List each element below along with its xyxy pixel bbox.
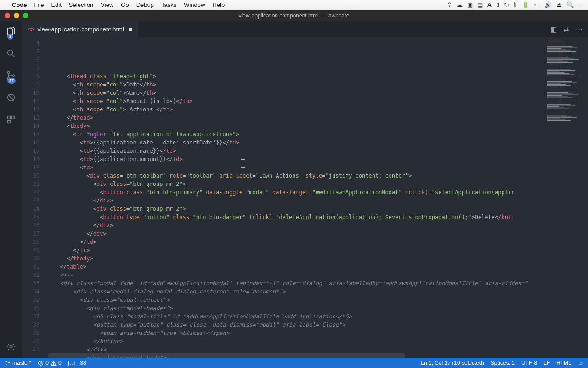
editor-tab[interactable]: <> view-application.component.html <box>22 21 138 37</box>
debug-icon[interactable] <box>5 91 17 104</box>
split-editor-icon[interactable]: ◧ <box>550 25 557 34</box>
editor-area: <> view-application.component.html ◧ ⇄ ⋯… <box>22 21 588 358</box>
svg-line-6 <box>8 95 14 101</box>
explorer-badge: 1 <box>7 34 13 40</box>
git-branch-item[interactable]: master* <box>5 360 31 366</box>
source-control-icon[interactable]: 37 <box>5 69 17 82</box>
warnings-count: 0 <box>58 360 62 366</box>
bracket-count-item[interactable]: {‥} : 38 <box>68 360 86 366</box>
bluetooth-icon[interactable]: ᛒ <box>514 1 517 8</box>
menubar-status-icon[interactable]: ☁ <box>457 1 463 8</box>
svg-point-12 <box>6 364 6 365</box>
activity-bar: 1 37 <box>0 21 22 358</box>
svg-point-0 <box>8 50 13 55</box>
line-gutter: 4567891011121314151617181920212223242526… <box>22 37 48 358</box>
warning-icon <box>51 360 57 366</box>
window-zoom-button[interactable] <box>23 13 28 18</box>
code-content[interactable]: <thead class="thead-light"> <th scope="c… <box>48 37 544 358</box>
explorer-icon[interactable]: 1 <box>5 25 17 38</box>
compare-icon[interactable]: ⇄ <box>563 25 569 34</box>
menubar-status-icon[interactable]: ⏏ <box>556 1 562 8</box>
window-close-button[interactable] <box>5 13 10 18</box>
traffic-lights <box>0 13 28 18</box>
menu-view[interactable]: View <box>97 1 117 8</box>
indentation-item[interactable]: Spaces: 2 <box>491 360 515 366</box>
problems-item[interactable]: 0 0 <box>38 360 61 366</box>
status-bar: master* 0 0 {‥} : 38 Ln 1, Col 17 (10 se… <box>0 358 588 368</box>
menubar-status-icon[interactable]: A <box>487 1 492 8</box>
svg-point-2 <box>7 72 9 74</box>
svg-point-4 <box>12 75 14 76</box>
volume-icon[interactable]: 🔊 <box>544 1 552 8</box>
menu-app-name[interactable]: Code <box>8 1 31 8</box>
html-file-icon: <> <box>28 26 34 33</box>
menubar-status-text[interactable]: 3 <box>496 1 499 8</box>
git-branch-icon <box>5 360 11 366</box>
svg-rect-8 <box>12 116 15 119</box>
svg-rect-7 <box>8 116 11 119</box>
menubar-status-icon[interactable]: ▤ <box>477 1 483 8</box>
code-editor[interactable]: 4567891011121314151617181920212223242526… <box>22 37 588 358</box>
search-icon[interactable] <box>5 47 17 60</box>
dirty-indicator-icon <box>129 28 132 31</box>
more-actions-icon[interactable]: ⋯ <box>576 25 582 34</box>
cursor-position-item[interactable]: Ln 1, Col 17 (10 selected) <box>421 360 484 366</box>
extensions-icon[interactable] <box>5 113 17 126</box>
menu-tasks[interactable]: Tasks <box>158 1 180 8</box>
branch-name: master* <box>12 360 31 366</box>
error-icon <box>38 360 44 366</box>
svg-rect-9 <box>8 121 11 123</box>
svg-line-1 <box>12 55 15 58</box>
menu-debug[interactable]: Debug <box>133 1 158 8</box>
tab-filename: view-application.component.html <box>37 26 124 33</box>
menu-go[interactable]: Go <box>117 1 132 8</box>
tab-actions: ◧ ⇄ ⋯ <box>550 21 588 37</box>
menu-edit[interactable]: Edit <box>47 1 65 8</box>
eol-item[interactable]: LF <box>543 360 550 366</box>
menu-window[interactable]: Window <box>180 1 209 8</box>
feedback-item[interactable]: ☺ <box>578 360 583 366</box>
svg-point-11 <box>6 361 6 362</box>
spotlight-icon[interactable]: 🔍 <box>566 1 574 8</box>
scm-badge: 37 <box>7 78 16 84</box>
main-area: 1 37 <> view-application.component.html <box>0 21 588 358</box>
tab-bar: <> view-application.component.html ◧ ⇄ ⋯ <box>22 21 588 37</box>
errors-count: 0 <box>45 360 49 366</box>
svg-point-18 <box>53 364 54 365</box>
horizontal-scrollbar[interactable] <box>48 353 544 358</box>
window-titlebar: view-application.component.html — lawnca… <box>0 10 588 21</box>
scrollbar-thumb[interactable] <box>48 353 405 358</box>
bracket-icon: {‥} <box>68 360 75 366</box>
menu-help[interactable]: Help <box>209 1 228 8</box>
minimap[interactable] <box>544 37 588 358</box>
menubar-status-icon[interactable]: ▣ <box>467 1 473 8</box>
window-title: view-application.component.html — lawnca… <box>239 12 350 19</box>
svg-point-10 <box>10 345 12 348</box>
wifi-icon[interactable]: ᯤ <box>534 1 540 8</box>
battery-icon[interactable]: 🔋 <box>522 1 529 8</box>
macos-menubar: Code File Edit Selection View Go Debug T… <box>0 0 588 10</box>
language-mode-item[interactable]: HTML <box>556 360 571 366</box>
settings-gear-icon[interactable] <box>5 340 17 353</box>
encoding-item[interactable]: UTF-8 <box>521 360 537 366</box>
menubar-list-icon[interactable]: ≡ <box>578 1 582 8</box>
menubar-status-icon[interactable]: ⇪ <box>447 1 452 8</box>
bracket-count: : 38 <box>77 360 86 366</box>
menu-file[interactable]: File <box>31 1 48 8</box>
menu-selection[interactable]: Selection <box>65 1 97 8</box>
menubar-status-icon[interactable]: ↻ <box>504 1 509 8</box>
window-minimize-button[interactable] <box>14 13 19 18</box>
